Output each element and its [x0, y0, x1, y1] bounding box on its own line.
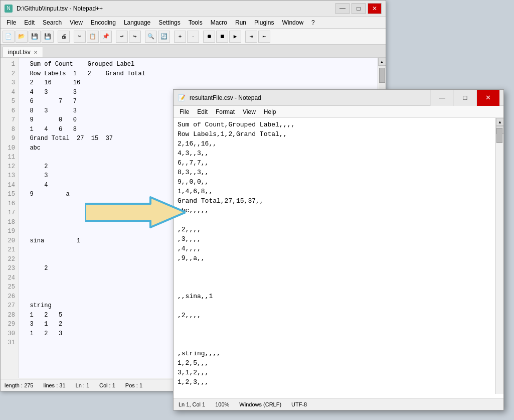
- tb-undo[interactable]: ↩: [116, 31, 128, 43]
- np-menu-format[interactable]: Format: [212, 107, 239, 116]
- np-line: ,9,,a,,: [178, 253, 491, 263]
- np-line: ,2,,,,: [178, 311, 491, 320]
- npp-line-number: 28: [4, 311, 15, 320]
- scroll-up-btn[interactable]: ▲: [378, 58, 386, 66]
- menu-macro[interactable]: Macro: [207, 18, 231, 27]
- np-editor-content[interactable]: Sum of Count,Grouped Label,,,,Row Labels…: [174, 118, 495, 394]
- npp-line-number: 31: [4, 338, 15, 348]
- menu-window[interactable]: Window: [278, 18, 307, 27]
- menu-search[interactable]: Search: [39, 18, 66, 27]
- svg-marker-0: [85, 197, 186, 227]
- np-line: [178, 272, 491, 282]
- np-editor[interactable]: Sum of Count,Grouped Label,,,,Row Labels…: [174, 118, 503, 394]
- menu-plugins[interactable]: Plugins: [250, 18, 278, 27]
- menu-edit[interactable]: Edit: [20, 18, 39, 27]
- menu-language[interactable]: Language: [120, 18, 154, 27]
- np-line: ,,sina,,1: [178, 292, 491, 301]
- tb-extra2[interactable]: ⇤: [258, 31, 270, 43]
- tb-cut[interactable]: ✂: [74, 31, 86, 43]
- tb-open[interactable]: 📂: [16, 31, 28, 43]
- np-menu-help[interactable]: Help: [260, 107, 280, 116]
- tb-macro-play[interactable]: ▶: [229, 31, 241, 43]
- scroll-thumb[interactable]: [379, 68, 385, 83]
- npp-line-number: 21: [4, 245, 15, 255]
- np-line: 6,,7,7,,: [178, 158, 491, 168]
- npp-minimize-button[interactable]: —: [335, 3, 350, 14]
- status-pos: Pos : 1: [125, 382, 142, 388]
- npp-line-number: 9: [4, 134, 15, 144]
- npp-tab-input[interactable]: input.tsv ✕: [3, 47, 43, 57]
- np-scroll-thumb[interactable]: [496, 128, 502, 143]
- np-scroll-up[interactable]: ▲: [496, 118, 503, 126]
- tb-macro-rec[interactable]: ⏺: [203, 31, 215, 43]
- npp-menubar: File Edit Search View Encoding Language …: [1, 17, 386, 29]
- npp-titlebar: N D:\Github\\input.tsv - Notepad++ — □ ✕: [1, 1, 386, 17]
- npp-tab-close-button[interactable]: ✕: [34, 50, 38, 55]
- arrow-indicator: [85, 195, 186, 230]
- npp-line: 2 16 16: [23, 78, 374, 88]
- npp-line-number: 11: [4, 153, 15, 162]
- np-line: ,3,,,,: [178, 234, 491, 244]
- np-status-lncol: Ln 1, Col 1: [179, 401, 205, 407]
- status-length: length : 275: [5, 382, 34, 388]
- np-menu-edit[interactable]: Edit: [193, 107, 212, 116]
- menu-help[interactable]: ?: [307, 18, 319, 27]
- np-line: 2,16,,16,,: [178, 139, 491, 149]
- np-menu-file[interactable]: File: [176, 107, 193, 116]
- tb-zoom-out[interactable]: -: [187, 31, 199, 43]
- npp-line-number: 2: [4, 69, 15, 79]
- menu-tools[interactable]: Tools: [185, 18, 207, 27]
- tb-paste[interactable]: 📌: [100, 31, 112, 43]
- np-titlebar: 📝 resultantFile.csv - Notepad — □ ✕: [174, 90, 503, 106]
- np-scrollbar[interactable]: ▲ ▼: [495, 118, 503, 394]
- np-menubar: File Edit Format View Help: [174, 106, 503, 118]
- npp-line-number: 6: [4, 106, 15, 116]
- npp-title: D:\Github\\input.tsv - Notepad++: [17, 5, 335, 12]
- npp-close-button[interactable]: ✕: [368, 3, 382, 14]
- np-menu-view[interactable]: View: [239, 107, 260, 116]
- menu-settings[interactable]: Settings: [154, 18, 184, 27]
- np-status-zoom: 100%: [215, 401, 229, 407]
- np-line: [178, 339, 491, 349]
- npp-line-number: 18: [4, 218, 15, 227]
- tb-replace[interactable]: 🔄: [158, 31, 170, 43]
- npp-line: Sum of Count Grouped Label: [23, 60, 374, 69]
- np-line: [178, 301, 491, 311]
- tb-redo[interactable]: ↪: [129, 31, 141, 43]
- tb-macro-stop[interactable]: ⏹: [216, 31, 228, 43]
- npp-line-number: 3: [4, 78, 15, 88]
- tb-zoom-in[interactable]: +: [174, 31, 186, 43]
- tb-extra1[interactable]: ⇥: [245, 31, 257, 43]
- np-line: [178, 282, 491, 292]
- np-window-controls: — □ ✕: [430, 90, 499, 106]
- tb-find[interactable]: 🔍: [145, 31, 157, 43]
- npp-line-number: 8: [4, 125, 15, 134]
- tb-copy[interactable]: 📋: [87, 31, 99, 43]
- menu-view[interactable]: View: [66, 18, 87, 27]
- tb-print[interactable]: 🖨: [58, 31, 70, 43]
- np-line: 4,3,,3,,: [178, 149, 491, 158]
- npp-tab-label: input.tsv: [8, 49, 31, 56]
- np-close-button[interactable]: ✕: [476, 90, 499, 106]
- tb-save[interactable]: 💾: [29, 31, 41, 43]
- np-line: ,2,,,,: [178, 225, 491, 234]
- npp-line-number: 20: [4, 236, 15, 246]
- npp-line-numbers: 1234567891011121314151617181920212223242…: [1, 58, 19, 378]
- np-maximize-button[interactable]: □: [453, 90, 476, 106]
- np-line: 1,2,5,,,: [178, 358, 491, 368]
- np-minimize-button[interactable]: —: [430, 90, 453, 106]
- menu-encoding[interactable]: Encoding: [87, 18, 120, 27]
- tb-saveall[interactable]: 💾: [42, 31, 54, 43]
- menu-run[interactable]: Run: [231, 18, 250, 27]
- npp-line-number: 24: [4, 273, 15, 283]
- np-line: 1,4,6,8,,: [178, 187, 491, 196]
- np-line: [178, 263, 491, 272]
- npp-line-number: 15: [4, 190, 15, 199]
- menu-file[interactable]: File: [3, 18, 20, 27]
- npp-line-number: 5: [4, 97, 15, 106]
- npp-line-number: 27: [4, 301, 15, 311]
- tb-new[interactable]: 📄: [3, 31, 15, 43]
- npp-line-number: 29: [4, 320, 15, 329]
- npp-maximize-button[interactable]: □: [352, 3, 366, 14]
- np-line: 9,,0,0,,: [178, 177, 491, 187]
